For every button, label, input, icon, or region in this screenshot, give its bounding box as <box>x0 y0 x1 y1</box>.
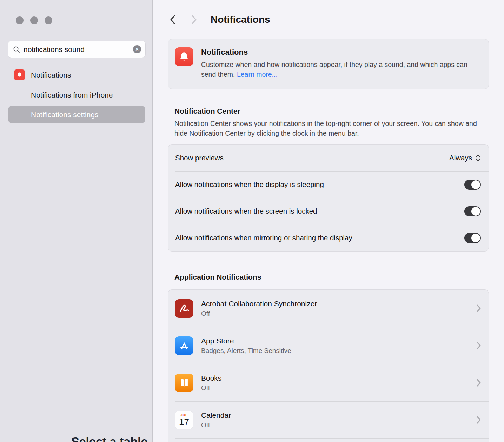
show-previews-value: Always <box>449 154 472 162</box>
screen-locked-row: Allow notifications when the screen is l… <box>168 198 489 225</box>
background-window-text: Select a table <box>71 435 147 442</box>
sidebar: ✕ Notifications Notifications from iPhon… <box>0 0 153 442</box>
display-sleeping-row: Allow notifications when the display is … <box>168 171 489 198</box>
books-icon <box>175 374 193 392</box>
chevron-right-icon <box>477 304 481 312</box>
app-name: Calendar <box>201 411 477 420</box>
forward-button[interactable] <box>190 13 199 26</box>
app-text: Calendar Off <box>201 411 477 429</box>
clear-search-icon[interactable]: ✕ <box>133 45 141 53</box>
app-text: App Store Badges, Alerts, Time Sensitive <box>201 337 477 355</box>
screen-locked-toggle[interactable] <box>464 206 481 216</box>
search-icon <box>13 46 20 53</box>
minimize-button[interactable] <box>30 16 38 24</box>
section-description: Notification Center shows your notificat… <box>174 119 490 139</box>
show-previews-select[interactable]: Always <box>449 154 481 162</box>
calendar-month: JUL <box>180 414 187 417</box>
chevron-right-icon <box>477 342 481 349</box>
close-button[interactable] <box>16 16 24 24</box>
screen-locked-label: Allow notifications when the screen is l… <box>175 207 317 215</box>
show-previews-label: Show previews <box>175 154 224 162</box>
display-sleeping-toggle[interactable] <box>464 180 481 190</box>
app-store-icon <box>175 336 193 355</box>
app-row-acrobat[interactable]: Acrobat Collaboration Synchronizer Off <box>168 290 489 327</box>
hero-description: Customize when and how notifications app… <box>201 60 473 80</box>
app-name: Acrobat Collaboration Synchronizer <box>201 300 477 308</box>
app-row-books[interactable]: Books Off <box>168 364 489 401</box>
hero-title: Notifications <box>201 48 479 57</box>
app-status: Off <box>201 421 477 429</box>
calendar-icon: JUL 17 <box>175 411 193 429</box>
mirroring-label: Allow notifications when mirroring or sh… <box>175 234 352 242</box>
app-name: App Store <box>201 337 477 345</box>
app-status: Off <box>201 384 477 392</box>
stepper-chevrons-icon <box>475 154 481 162</box>
sidebar-item-notifications-settings[interactable]: Notifications settings <box>8 106 145 123</box>
search-field[interactable]: ✕ <box>8 41 146 58</box>
app-name: Books <box>201 374 477 382</box>
sidebar-item-label: Notifications <box>31 71 71 79</box>
chevron-right-icon <box>477 416 481 424</box>
calendar-day: 17 <box>179 417 189 428</box>
app-row-app-store[interactable]: App Store Badges, Alerts, Time Sensitive <box>168 327 489 364</box>
mirroring-toggle[interactable] <box>464 233 481 243</box>
app-text: Acrobat Collaboration Synchronizer Off <box>201 300 477 317</box>
application-notifications-card: Acrobat Collaboration Synchronizer Off A… <box>168 289 489 442</box>
back-button[interactable] <box>168 13 177 26</box>
section-title: Notification Center <box>174 107 490 115</box>
application-notifications-section: Application Notifications <box>174 273 490 285</box>
nav-header: Notifications <box>168 13 270 26</box>
app-row-calendar[interactable]: JUL 17 Calendar Off <box>168 401 489 438</box>
notifications-hero-card: Notifications Customize when and how not… <box>168 39 489 89</box>
chevron-right-icon <box>477 379 481 387</box>
search-input[interactable] <box>24 45 133 54</box>
notifications-bell-icon <box>175 47 193 66</box>
app-text: Books Off <box>201 374 477 392</box>
window-controls <box>16 16 52 24</box>
zoom-button[interactable] <box>45 16 52 24</box>
learn-more-link[interactable]: Learn more... <box>237 71 278 78</box>
show-previews-row: Show previews Always <box>168 145 489 171</box>
notifications-bell-icon <box>14 69 25 80</box>
page-title: Notifications <box>211 14 270 25</box>
acrobat-icon <box>175 299 193 318</box>
mirroring-row: Allow notifications when mirroring or sh… <box>168 225 489 251</box>
app-status: Badges, Alerts, Time Sensitive <box>201 347 477 355</box>
notification-center-card: Show previews Always Allow notifications… <box>168 144 489 252</box>
sidebar-item-notifications-from-iphone[interactable]: Notifications from iPhone <box>31 91 113 99</box>
app-status: Off <box>201 310 477 317</box>
notification-center-section: Notification Center Notification Center … <box>174 107 490 139</box>
main-pane: Notifications Notifications Customize wh… <box>153 0 504 442</box>
display-sleeping-label: Allow notifications when the display is … <box>175 180 324 189</box>
sidebar-item-notifications[interactable]: Notifications <box>14 69 71 80</box>
section-title: Application Notifications <box>174 273 490 281</box>
app-row-partial <box>168 438 489 442</box>
